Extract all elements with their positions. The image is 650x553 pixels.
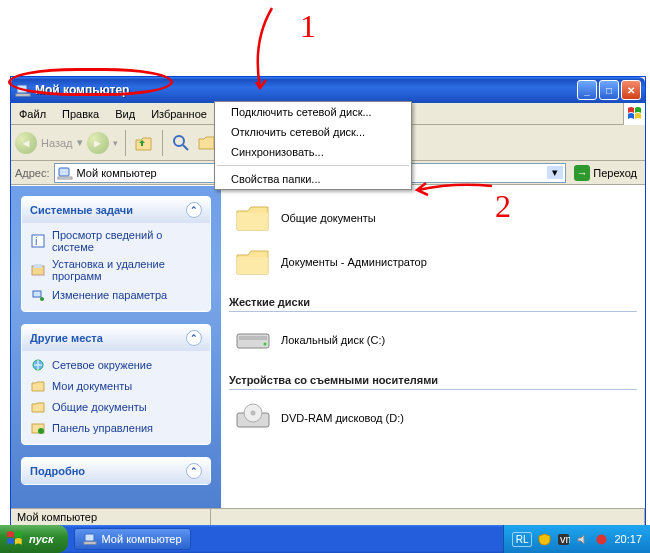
svg-rect-1	[16, 94, 30, 96]
folder-icon	[235, 244, 271, 280]
annotation-label-2: 2	[495, 188, 511, 225]
window-body: Системные задачи ⌃ i Просмотр сведений о…	[11, 185, 645, 508]
link-shared-documents[interactable]: Общие документы	[30, 399, 202, 415]
item-label: Локальный диск (C:)	[281, 334, 385, 346]
search-button[interactable]	[170, 132, 192, 154]
taskbar-task[interactable]: Мой компьютер	[74, 528, 191, 550]
link-label: Мои документы	[52, 380, 132, 392]
link-network-places[interactable]: Сетевое окружение	[30, 357, 202, 373]
panel-header[interactable]: Подробно ⌃	[22, 458, 210, 484]
language-indicator[interactable]: RL	[512, 532, 533, 547]
link-my-documents[interactable]: Мои документы	[30, 378, 202, 394]
link-label: Установка и удаление программ	[52, 258, 202, 282]
maximize-button[interactable]: □	[599, 80, 619, 100]
start-label: пуск	[29, 533, 54, 545]
panel-details: Подробно ⌃	[21, 457, 211, 485]
settings-icon	[30, 287, 46, 303]
drive-item[interactable]: Локальный диск (C:)	[229, 318, 637, 362]
panel-other-places: Другие места ⌃ Сетевое окружение Мои док…	[21, 324, 211, 445]
tools-dropdown-menu: Подключить сетевой диск... Отключить сет…	[214, 101, 412, 190]
folder-icon	[235, 200, 271, 236]
svg-rect-13	[34, 264, 42, 268]
svg-point-29	[597, 534, 607, 544]
forward-button[interactable]: ►	[87, 132, 109, 154]
network-icon	[30, 357, 46, 373]
status-left: Мой компьютер	[11, 509, 211, 526]
collapse-icon[interactable]: ⌃	[186, 202, 202, 218]
dvd-drive-icon	[235, 400, 271, 436]
svg-rect-26	[84, 542, 96, 544]
link-add-remove-programs[interactable]: Установка и удаление программ	[30, 258, 202, 282]
taskbar: пуск Мой компьютер RL vm 20:17	[0, 525, 650, 553]
tray-app-icon[interactable]: vm	[557, 533, 570, 546]
content-pane[interactable]: Общие документы Документы - Администрато…	[221, 186, 645, 508]
clock[interactable]: 20:17	[614, 533, 642, 545]
link-change-setting[interactable]: Изменение параметра	[30, 287, 202, 303]
svg-rect-9	[58, 177, 72, 179]
my-computer-icon	[15, 82, 31, 98]
volume-icon[interactable]	[576, 533, 589, 546]
svg-text:i: i	[35, 235, 37, 247]
svg-rect-10	[32, 235, 44, 247]
svg-point-18	[38, 428, 44, 434]
menu-view[interactable]: Вид	[107, 103, 143, 124]
minimize-button[interactable]: _	[577, 80, 597, 100]
folder-icon	[30, 399, 46, 415]
task-label: Мой компьютер	[102, 533, 182, 545]
svg-point-24	[251, 411, 256, 416]
link-label: Панель управления	[52, 422, 153, 434]
go-arrow-icon: →	[574, 165, 590, 181]
back-button[interactable]: ◄ Назад ▾	[15, 132, 83, 154]
tasks-sidebar: Системные задачи ⌃ i Просмотр сведений о…	[11, 186, 221, 508]
svg-rect-14	[33, 291, 41, 297]
menu-item-folder-options[interactable]: Свойства папки...	[215, 169, 411, 189]
svg-point-15	[40, 297, 44, 301]
forward-dropdown-icon: ▾	[113, 138, 118, 148]
link-system-info[interactable]: i Просмотр сведений о системе	[30, 229, 202, 253]
svg-point-2	[174, 136, 184, 146]
menu-file[interactable]: Файл	[11, 103, 54, 124]
control-panel-icon	[30, 420, 46, 436]
folder-item[interactable]: Общие документы	[229, 196, 637, 240]
back-dropdown-icon: ▾	[77, 136, 83, 149]
menu-item-disconnect-drive[interactable]: Отключить сетевой диск...	[215, 122, 411, 142]
toolbar-separator	[162, 130, 163, 156]
window-titlebar[interactable]: Мой компьютер _ □ ✕	[11, 77, 645, 103]
collapse-icon[interactable]: ⌃	[186, 463, 202, 479]
panel-system-tasks: Системные задачи ⌃ i Просмотр сведений о…	[21, 196, 211, 312]
my-computer-icon	[57, 165, 73, 181]
info-icon: i	[30, 233, 46, 249]
menu-edit[interactable]: Правка	[54, 103, 107, 124]
item-label: Документы - Администратор	[281, 256, 427, 268]
menu-separator	[217, 165, 409, 166]
start-button[interactable]: пуск	[0, 525, 68, 553]
svg-rect-25	[85, 534, 94, 541]
menu-item-map-drive[interactable]: Подключить сетевой диск...	[215, 102, 411, 122]
svg-point-21	[264, 343, 267, 346]
folder-icon	[30, 378, 46, 394]
close-button[interactable]: ✕	[621, 80, 641, 100]
go-button[interactable]: → Переход	[570, 163, 641, 183]
link-label: Изменение параметра	[52, 289, 167, 301]
windows-flag-icon	[623, 103, 645, 125]
menu-favorites[interactable]: Избранное	[143, 103, 215, 124]
address-dropdown-icon[interactable]: ▾	[547, 166, 563, 179]
up-folder-button[interactable]	[133, 132, 155, 154]
link-label: Сетевое окружение	[52, 359, 152, 371]
panel-header[interactable]: Другие места ⌃	[22, 325, 210, 351]
windows-logo-icon	[6, 530, 24, 548]
my-computer-icon	[83, 532, 97, 546]
folder-item[interactable]: Документы - Администратор	[229, 240, 637, 284]
link-label: Общие документы	[52, 401, 147, 413]
item-label: Общие документы	[281, 212, 376, 224]
hdd-icon	[235, 322, 271, 358]
item-label: DVD-RAM дисковод (D:)	[281, 412, 404, 424]
drive-item[interactable]: DVD-RAM дисковод (D:)	[229, 396, 637, 440]
tray-icon[interactable]	[595, 533, 608, 546]
menu-item-synchronize[interactable]: Синхронизовать...	[215, 142, 411, 162]
link-control-panel[interactable]: Панель управления	[30, 420, 202, 436]
security-shield-icon[interactable]	[538, 533, 551, 546]
panel-header[interactable]: Системные задачи ⌃	[22, 197, 210, 223]
collapse-icon[interactable]: ⌃	[186, 330, 202, 346]
link-label: Просмотр сведений о системе	[52, 229, 202, 253]
